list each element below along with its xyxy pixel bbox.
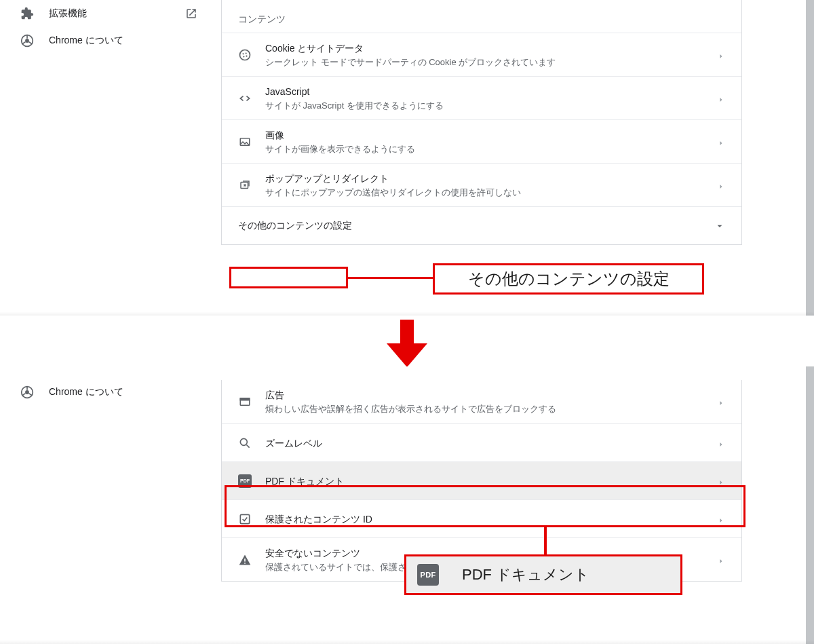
chevron-right-icon [717, 181, 725, 189]
svg-point-2 [240, 50, 250, 60]
shield-check-icon [238, 512, 252, 526]
chevron-down-icon [714, 221, 725, 231]
search-icon [238, 436, 252, 450]
setting-title: ポップアップとリダイレクト [265, 172, 703, 185]
chevron-right-icon [717, 439, 725, 447]
warning-icon [238, 553, 252, 567]
chevron-right-icon [717, 556, 725, 564]
setting-row-pdf[interactable]: PDF PDF ドキュメント [222, 461, 741, 499]
setting-title: 画像 [265, 128, 703, 142]
chrome-icon [20, 385, 34, 399]
annotation-label-text: その他のコンテンツの設定 [468, 268, 670, 290]
popup-icon [238, 178, 252, 192]
svg-point-3 [242, 53, 244, 54]
svg-rect-9 [400, 320, 414, 343]
svg-point-6 [246, 55, 247, 56]
setting-desc: 保護されているサイトでは、保護されていないコンテンツはデフォルトでブロックされま… [265, 561, 703, 573]
setting-row-cookies[interactable]: Cookie とサイトデータ シークレット モードでサードパーティの Cooki… [222, 33, 741, 76]
setting-row-ads[interactable]: 広告 煩わしい広告や誤解を招く広告が表示されるサイトで広告をブロックする [222, 380, 741, 423]
chevron-right-icon [717, 94, 725, 102]
row-label: その他のコンテンツの設定 [238, 220, 352, 232]
svg-point-1 [25, 39, 29, 43]
setting-title: 安全でないコンテンツ [265, 546, 703, 560]
setting-row-javascript[interactable]: JavaScript サイトが JavaScript を使用できるようにする [222, 76, 741, 119]
sidebar-item-about-chrome[interactable]: Chrome について [0, 379, 217, 406]
setting-row-insecure-content[interactable]: 安全でないコンテンツ 保護されているサイトでは、保護されていないコンテンツはデフ… [222, 537, 741, 581]
chevron-right-icon [717, 515, 725, 523]
sidebar-bottom: Chrome について [0, 379, 217, 406]
panel-top: 拡張機能 Chrome について コンテンツ Cookie とサイトデータ シー… [0, 0, 814, 316]
sidebar-top: 拡張機能 Chrome について [0, 0, 217, 54]
chevron-right-icon [717, 477, 725, 485]
setting-row-images[interactable]: 画像 サイトが画像を表示できるようにする [222, 119, 741, 163]
svg-rect-13 [240, 398, 250, 400]
annotation-highlight-other-content-small [229, 267, 348, 288]
code-icon [238, 92, 252, 105]
ads-icon [238, 395, 252, 409]
row-other-content-settings[interactable]: その他のコンテンツの設定 [222, 206, 741, 244]
chrome-icon [20, 34, 34, 48]
annotation-connector-line [348, 277, 433, 279]
svg-point-11 [25, 390, 29, 394]
setting-title: 広告 [265, 388, 703, 402]
setting-desc: 煩わしい広告や誤解を招く広告が表示されるサイトで広告をブロックする [265, 403, 703, 415]
image-icon [238, 135, 252, 149]
section-heading-content: コンテンツ [222, 0, 741, 33]
setting-title: JavaScript [265, 85, 703, 98]
svg-point-5 [243, 56, 244, 57]
setting-row-popups[interactable]: ポップアップとリダイレクト サイトにポップアップの送信やリダイレクトの使用を許可… [222, 163, 741, 206]
chevron-right-icon [717, 138, 725, 146]
setting-title: 保護されたコンテンツ ID [265, 512, 703, 526]
svg-point-4 [246, 52, 247, 54]
sidebar-item-extensions[interactable]: 拡張機能 [0, 0, 217, 27]
panel-bottom: Chrome について 広告 煩わしい広告や誤解を招く広告が表示されるサイトで広… [0, 366, 814, 644]
svg-rect-15 [240, 514, 249, 523]
sidebar-item-about-chrome[interactable]: Chrome について [0, 27, 217, 54]
puzzle-icon [20, 7, 34, 20]
open-in-new-icon [185, 7, 198, 20]
sidebar-item-label: Chrome について [49, 386, 123, 398]
chevron-right-icon [717, 51, 725, 59]
setting-desc: サイトにポップアップの送信やリダイレクトの使用を許可しない [265, 187, 703, 199]
annotation-label-other-content: その他のコンテンツの設定 [433, 263, 704, 295]
chevron-right-icon [717, 398, 725, 406]
setting-row-protected-content[interactable]: 保護されたコンテンツ ID [222, 499, 741, 537]
svg-point-14 [240, 438, 247, 445]
setting-title: ズームレベル [265, 436, 703, 450]
setting-title: PDF ドキュメント [265, 474, 703, 488]
setting-desc: サイトが JavaScript を使用できるようにする [265, 100, 703, 112]
setting-row-zoom[interactable]: ズームレベル [222, 423, 741, 461]
down-arrow-annotation [387, 320, 427, 367]
sidebar-item-label: Chrome について [49, 35, 123, 47]
content-settings-card-bottom: 広告 煩わしい広告や誤解を招く広告が表示されるサイトで広告をブロックする ズーム… [221, 380, 742, 582]
pdf-icon: PDF [238, 474, 252, 488]
setting-desc: サイトが画像を表示できるようにする [265, 143, 703, 155]
sidebar-item-label: 拡張機能 [49, 7, 87, 20]
content-settings-card-top: コンテンツ Cookie とサイトデータ シークレット モードでサードパーティの… [221, 0, 742, 245]
setting-title: Cookie とサイトデータ [265, 41, 703, 55]
cookie-icon [238, 48, 252, 62]
right-edge-bar [806, 0, 814, 316]
right-edge-bar [806, 366, 814, 644]
setting-desc: シークレット モードでサードパーティの Cookie がブロックされています [265, 56, 703, 69]
